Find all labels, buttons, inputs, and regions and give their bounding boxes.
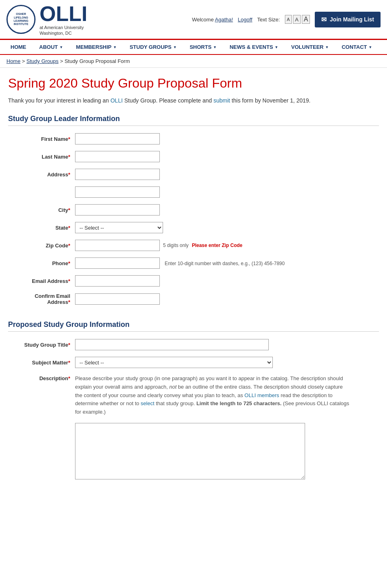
breadcrumb-home[interactable]: Home — [6, 58, 21, 64]
intro-text: Thank you for your interest in leading a… — [8, 96, 379, 105]
description-cell: Please describe your study group (in one… — [73, 371, 379, 484]
state-select[interactable]: -- Select -- — [75, 222, 163, 233]
zip-row: Zip Code* 5 digits only Please enter Zip… — [8, 236, 379, 254]
proposed-section-title: Proposed Study Group Information — [8, 320, 379, 332]
confirm-email-input[interactable] — [75, 293, 160, 305]
logo-line3: LEARNING — [14, 19, 29, 23]
logoff-link[interactable]: Logoff — [238, 17, 252, 23]
phone-cell: Enter 10-digit number with dashes, e.g.,… — [73, 254, 379, 272]
nav-news-events-arrow: ▼ — [275, 45, 278, 49]
nav-volunteer[interactable]: VOLUNTEER ▼ — [285, 40, 335, 54]
nav-contact[interactable]: CONTACT ▼ — [335, 40, 379, 54]
logo-line2: LIFELONG — [14, 16, 28, 19]
olli-title: OLLI — [40, 3, 87, 24]
subject-label: Subject Matter* — [8, 354, 73, 371]
city-row: City* — [8, 201, 379, 219]
au-subtitle2: Washington, DC — [40, 31, 87, 36]
olli-link2[interactable]: OLLI members — [245, 392, 279, 398]
description-textarea[interactable] — [75, 423, 305, 479]
city-input[interactable] — [75, 204, 160, 216]
sg-title-label: Study Group Title* — [8, 336, 73, 354]
nav-shorts-arrow: ▼ — [213, 45, 217, 49]
last-name-row: Last Name* — [8, 148, 379, 165]
email-input[interactable] — [75, 275, 160, 287]
address-row2 — [8, 183, 379, 201]
nav-about[interactable]: ABOUT ▼ — [33, 40, 69, 54]
nav-study-groups[interactable]: STUDY GROUPS ▼ — [123, 40, 183, 54]
address-label2 — [8, 183, 73, 201]
email-cell — [73, 272, 379, 290]
phone-required: * — [68, 260, 70, 266]
last-name-label: Last Name* — [8, 148, 73, 165]
proposed-form-table: Study Group Title* Subject Matter* -- Se… — [8, 336, 379, 484]
breadcrumb: Home > Study Groups > Study Group Propos… — [0, 55, 387, 68]
submit-link[interactable]: submit — [213, 97, 230, 104]
address-required: * — [68, 172, 70, 178]
confirm-email-cell — [73, 290, 379, 308]
first-name-input[interactable] — [75, 133, 160, 144]
phone-row: Phone* Enter 10-digit number with dashes… — [8, 254, 379, 272]
nav-membership-arrow: ▼ — [113, 45, 117, 49]
breadcrumb-current: Study Group Proposal Form — [65, 58, 130, 64]
address-label: Address* — [8, 165, 73, 183]
subject-matter-row: Subject Matter* -- Select -- — [8, 354, 379, 371]
olli-link[interactable]: OLLI — [111, 97, 123, 104]
city-cell — [73, 201, 379, 219]
text-size-med[interactable]: A — [293, 15, 301, 24]
logo-line4: INSTITUTE — [14, 23, 28, 26]
study-group-title-row: Study Group Title* — [8, 336, 379, 354]
text-size-large[interactable]: A — [302, 15, 310, 24]
description-required: * — [68, 375, 70, 381]
nav-membership[interactable]: MEMBERSHIP ▼ — [69, 40, 123, 54]
page-title: Spring 2020 Study Group Proposal Form — [8, 76, 379, 91]
join-mailing-list-button[interactable]: ✉ Join Mailing List — [315, 12, 381, 27]
welcome-text: Welcome Agatha! — [192, 17, 233, 23]
confirm-email-label: Confirm Email Address* — [8, 290, 73, 308]
zip-hint: 5 digits only — [163, 243, 188, 248]
state-required: * — [68, 225, 70, 231]
description-row: Description* Please describe your study … — [8, 371, 379, 484]
last-name-input[interactable] — [75, 151, 160, 162]
email-label: Email Address* — [8, 272, 73, 290]
address-input2[interactable] — [75, 186, 160, 198]
description-label: Description* — [8, 371, 73, 484]
study-group-title-input[interactable] — [75, 339, 269, 350]
mail-icon: ✉ — [321, 16, 326, 23]
main-content: Spring 2020 Study Group Proposal Form Th… — [0, 68, 387, 512]
city-required: * — [68, 207, 70, 213]
nav-home[interactable]: HOME — [4, 40, 33, 54]
breadcrumb-study-groups[interactable]: Study Groups — [27, 58, 59, 64]
zip-input[interactable] — [75, 240, 160, 251]
zip-row-inner: 5 digits only Please enter Zip Code — [75, 240, 377, 251]
subject-required: * — [68, 360, 70, 366]
top-right: Welcome Agatha! Logoff Text Size: A A A … — [192, 12, 381, 27]
phone-input[interactable] — [75, 257, 160, 269]
subject-matter-select[interactable]: -- Select -- — [75, 357, 273, 368]
city-label: City* — [8, 201, 73, 219]
confirm-email-row: Confirm Email Address* — [8, 290, 379, 308]
nav-about-arrow: ▼ — [59, 45, 63, 49]
address-cell2 — [73, 183, 379, 201]
confirm-email-required: * — [68, 299, 70, 305]
nav-contact-arrow: ▼ — [368, 45, 372, 49]
logo-line1: OSHER — [16, 13, 26, 16]
zip-required: * — [68, 243, 70, 249]
sg-title-required: * — [68, 342, 70, 348]
leader-section: Study Group Leader Information First Nam… — [8, 115, 379, 308]
description-hint-text: Please describe your study group (in one… — [75, 375, 349, 416]
nav-news-events[interactable]: NEWS & EVENTS ▼ — [223, 40, 285, 54]
nav-study-groups-arrow: ▼ — [173, 45, 177, 49]
nav-shorts[interactable]: SHORTS ▼ — [183, 40, 223, 54]
au-subtitle1: at American University — [40, 25, 87, 30]
last-name-required: * — [68, 154, 70, 160]
select-link[interactable]: select — [141, 400, 155, 406]
username-link[interactable]: Agatha! — [215, 17, 233, 23]
address-input1[interactable] — [75, 169, 160, 180]
logo-area: OSHER LIFELONG LEARNING INSTITUTE OLLI a… — [6, 3, 87, 36]
first-name-row: First Name* — [8, 130, 379, 148]
address-row1: Address* — [8, 165, 379, 183]
first-name-label: First Name* — [8, 130, 73, 148]
zip-label: Zip Code* — [8, 236, 73, 254]
subject-cell: -- Select -- — [73, 354, 379, 371]
text-size-small[interactable]: A — [285, 15, 292, 24]
